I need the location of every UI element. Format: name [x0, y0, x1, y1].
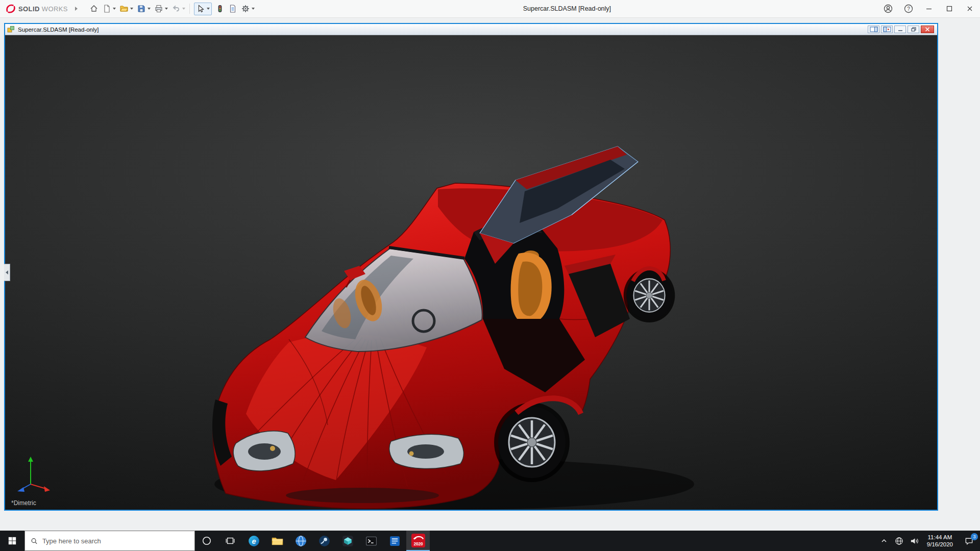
file-properties-button[interactable]	[227, 2, 239, 15]
edge-icon: e	[248, 535, 260, 547]
start-button[interactable]	[0, 531, 24, 551]
print-button[interactable]	[153, 2, 169, 15]
solidworks-brand: SOLIDWORKS	[0, 3, 78, 14]
minimize-button[interactable]	[919, 0, 939, 17]
document-window-controls	[868, 26, 935, 33]
search-icon	[31, 537, 38, 545]
volume-icon	[910, 536, 919, 546]
brand-text-bold: SOLID	[18, 5, 40, 13]
document-restore-button[interactable]	[908, 26, 919, 33]
view-orientation-label: *Dimetric	[11, 499, 36, 507]
document-titlebar[interactable]: Supercar.SLDASM [Read-only]	[5, 24, 937, 35]
x-axis-arrow	[44, 486, 50, 492]
dassault-systemes-logo-icon	[5, 3, 16, 14]
dropdown-arrow-icon[interactable]	[252, 8, 255, 10]
supercar-3d-viewport[interactable]	[5, 35, 937, 510]
dark-circle-app-button[interactable]	[312, 531, 336, 551]
undo-icon	[172, 4, 181, 13]
blue-document-app-icon	[388, 535, 401, 547]
document-minimize-button[interactable]	[894, 26, 906, 33]
cortana-icon	[202, 536, 212, 546]
document-title: Supercar.SLDASM [Read-only]	[18, 27, 868, 33]
network-button[interactable]	[892, 531, 907, 551]
help-button[interactable]: ?	[898, 0, 919, 17]
file-properties-icon	[228, 4, 237, 13]
dropdown-arrow-icon[interactable]	[130, 8, 133, 10]
close-button[interactable]	[960, 0, 980, 17]
display-pane-button[interactable]	[868, 26, 879, 33]
action-center-button[interactable]: 3	[958, 531, 980, 551]
system-tray: 11:44 AM 9/16/2020 3	[876, 531, 980, 551]
new-document-button[interactable]	[101, 2, 117, 15]
select-cursor-icon	[196, 4, 205, 13]
maximize-button[interactable]	[939, 0, 960, 17]
account-icon	[883, 4, 893, 14]
minimize-icon	[898, 27, 903, 32]
options-gear-icon	[241, 4, 250, 13]
dark-circle-app-icon	[318, 535, 331, 547]
globe-browser-icon	[295, 535, 307, 547]
terminal-icon	[365, 535, 378, 547]
blue-document-app-button[interactable]	[383, 531, 406, 551]
task-view-button[interactable]	[218, 531, 242, 551]
assembly-document-icon	[7, 26, 15, 33]
screen: SOLIDWORKS	[0, 0, 980, 551]
brand-expand-icon[interactable]	[75, 7, 78, 11]
rebuild-button[interactable]	[214, 2, 226, 15]
document-close-button[interactable]	[921, 26, 934, 33]
dropdown-arrow-icon[interactable]	[148, 8, 151, 10]
new-document-icon	[102, 4, 111, 13]
graphics-area[interactable]: *Dimetric	[5, 35, 937, 510]
open-folder-icon	[119, 4, 129, 13]
restore-icon	[911, 27, 916, 32]
undo-button[interactable]	[170, 2, 187, 15]
browser-button[interactable]	[289, 531, 312, 551]
help-icon: ?	[903, 4, 914, 14]
home-button[interactable]	[88, 2, 100, 15]
account-button[interactable]	[878, 0, 898, 17]
cad-viewer-button[interactable]	[336, 531, 359, 551]
dropdown-arrow-icon[interactable]	[165, 8, 168, 10]
edge-browser-button[interactable]: e	[242, 531, 265, 551]
taskbar-clock[interactable]: 11:44 AM 9/16/2020	[922, 531, 958, 551]
open-button[interactable]	[118, 2, 135, 15]
terminal-button[interactable]	[359, 531, 383, 551]
taskbar-search[interactable]	[24, 531, 195, 551]
options-button[interactable]	[239, 2, 256, 15]
front-wheel[interactable]	[494, 403, 570, 482]
select-tool[interactable]	[194, 3, 212, 15]
notification-badge: 3	[971, 533, 978, 540]
y-axis-arrow	[28, 457, 33, 462]
document-window: Supercar.SLDASM [Read-only]	[4, 23, 938, 511]
close-icon	[925, 27, 930, 32]
save-floppy-icon	[137, 4, 146, 13]
rear-wheel[interactable]	[624, 268, 675, 322]
workspace-background: Supercar.SLDASM [Read-only]	[0, 18, 980, 531]
home-icon	[89, 4, 99, 13]
windows-taskbar: e 2020	[0, 531, 980, 551]
close-icon	[967, 6, 973, 12]
feature-pane-button[interactable]	[881, 26, 893, 33]
svg-text:2020: 2020	[413, 542, 423, 546]
solidworks-icon: 2020	[411, 533, 426, 548]
dropdown-arrow-icon[interactable]	[113, 8, 116, 10]
save-button[interactable]	[135, 2, 152, 15]
volume-button[interactable]	[907, 531, 922, 551]
file-explorer-button[interactable]	[265, 531, 289, 551]
display-pane-icon	[870, 27, 878, 32]
minimize-icon	[926, 6, 932, 12]
front-intake[interactable]	[286, 488, 439, 503]
clock-time: 11:44 AM	[928, 534, 952, 541]
solidworks-app-button[interactable]: 2020	[406, 531, 430, 551]
cortana-button[interactable]	[195, 531, 218, 551]
panel-collapse-tab[interactable]	[4, 264, 10, 281]
task-view-icon	[225, 536, 235, 546]
app-window-controls: ?	[878, 0, 980, 17]
print-icon	[154, 4, 163, 13]
search-input[interactable]	[42, 537, 189, 545]
orientation-triad[interactable]	[13, 453, 54, 493]
tray-overflow-button[interactable]	[876, 531, 892, 551]
dropdown-arrow-icon[interactable]	[207, 8, 210, 10]
maximize-icon	[946, 6, 952, 12]
toolbar-separator	[189, 4, 190, 14]
